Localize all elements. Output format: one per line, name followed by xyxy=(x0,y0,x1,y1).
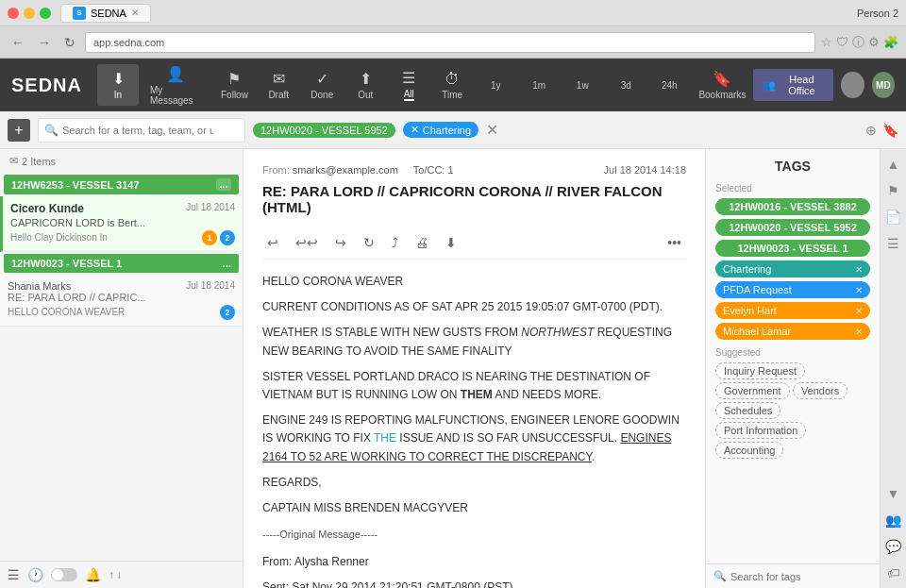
email-content: From: smarks@example.com To/CC: 1 Jul 18… xyxy=(243,149,705,588)
address-icons: ☆ 🛡 ⓘ ⚙ 🧩 xyxy=(821,34,898,51)
tab-close-btn[interactable]: ✕ xyxy=(131,8,139,18)
tag-chartering-remove[interactable]: ✕ xyxy=(855,264,863,275)
close-window-btn[interactable] xyxy=(8,8,19,19)
print-btn[interactable]: 🖨 xyxy=(411,232,433,253)
vessel1-more-btn[interactable]: ... xyxy=(216,178,231,191)
rail-tag-icon[interactable]: 🏷 xyxy=(887,565,900,580)
toolbar-1w[interactable]: 1w xyxy=(562,75,603,96)
tag-chartering-label: Chartering xyxy=(723,263,771,275)
tag-schedules[interactable]: Schedules xyxy=(715,402,780,419)
star-icon[interactable]: ☆ xyxy=(821,35,832,49)
more-actions-btn[interactable]: ••• xyxy=(663,232,686,253)
email-from-left: From: smarks@example.com To/CC: 1 xyxy=(262,164,454,176)
selected-label: Selected xyxy=(715,183,870,193)
tag-evelyn[interactable]: Evelyn Hart ✕ xyxy=(715,302,870,319)
toolbar-done[interactable]: ✓ Done xyxy=(301,64,343,106)
md-btn[interactable]: MD xyxy=(872,72,895,98)
refresh-email-btn[interactable]: ↻ xyxy=(359,232,379,253)
tag-vessel5952[interactable]: 12HW0020 - VESSEL 5952 xyxy=(715,219,870,236)
follow-icon: ⚑ xyxy=(227,70,241,88)
toolbar-1m[interactable]: 1m xyxy=(518,75,560,96)
forward-btn[interactable]: ↪ xyxy=(330,232,351,253)
tag-vendors[interactable]: Vendors xyxy=(793,382,847,399)
tag-accounting[interactable]: Accounting xyxy=(715,442,783,459)
reply-all-btn[interactable]: ↩↩ xyxy=(291,232,323,253)
tag-vessel3882[interactable]: 12HW0016 - VESSEL 3882 xyxy=(715,198,870,215)
toolbar-time[interactable]: ⏱ Time xyxy=(431,65,473,106)
left-bottom-bar: ☰ 🕐 🔔 ↑ ↓ xyxy=(0,561,243,588)
tag-michael[interactable]: Michael Lamar ✕ xyxy=(715,323,870,340)
original-message-divider: -----Original Message----- xyxy=(262,527,686,544)
rail-up-icon[interactable]: ▲ xyxy=(887,157,900,172)
toolbar-bookmarks[interactable]: 🔖 Bookmarks xyxy=(692,64,752,106)
toolbar-3d[interactable]: 3d xyxy=(605,75,646,96)
tag-chartering[interactable]: Chartering ✕ xyxy=(715,260,870,277)
tag-evelyn-remove[interactable]: ✕ xyxy=(855,306,863,316)
vessel2-more-btn[interactable]: ... xyxy=(223,258,231,269)
search-bar-plus-btn[interactable]: ⊕ xyxy=(865,123,877,138)
tag-port-info[interactable]: Port Information xyxy=(715,422,806,439)
vessel2-header[interactable]: 12HW0023 - VESSEL 1 ... xyxy=(4,254,239,273)
toolbar-out-label: Out xyxy=(358,90,373,100)
rail-chat-icon[interactable]: 💬 xyxy=(885,539,901,554)
the-word: THE xyxy=(374,431,396,445)
address-input[interactable] xyxy=(85,32,815,53)
tag-pfda[interactable]: PFDA Request ✕ xyxy=(715,281,870,298)
tag-government[interactable]: Government xyxy=(715,382,790,399)
forward-btn[interactable]: → xyxy=(34,33,55,52)
toolbar-1y[interactable]: 1y xyxy=(475,75,516,96)
toolbar-draft[interactable]: ✉ Draft xyxy=(258,64,299,106)
bell-icon[interactable]: 🔔 xyxy=(85,567,101,582)
browser-tab[interactable]: S SEDNA ✕ xyxy=(60,4,151,23)
tag-pfda-remove[interactable]: ✕ xyxy=(855,285,863,295)
email1-sender: Cicero Kunde xyxy=(10,202,84,215)
tags-search-input[interactable] xyxy=(730,571,872,582)
toolbar-in[interactable]: ⬇ In xyxy=(97,64,139,106)
rail-people-icon[interactable]: 👥 xyxy=(885,512,901,528)
sort-down-btn[interactable]: ↓ xyxy=(116,568,122,581)
avatar-btn[interactable] xyxy=(841,72,864,98)
search-clear-btn[interactable]: ✕ xyxy=(486,121,498,139)
clock-icon[interactable]: 🕐 xyxy=(27,567,43,582)
vessel2-label: 12HW0023 - VESSEL 1 xyxy=(11,258,122,269)
toolbar-3d-label: 3d xyxy=(621,80,631,91)
search-input[interactable] xyxy=(62,125,213,136)
toggle-switch[interactable] xyxy=(51,568,77,581)
maximize-window-btn[interactable] xyxy=(40,8,51,19)
body-sister: SISTER VESSEL PORTLAND DRACO IS NEARING … xyxy=(262,368,686,404)
tags-title: TAGS xyxy=(715,159,870,174)
head-office-btn[interactable]: 👥 Head Office xyxy=(753,69,834,101)
sort-up-btn[interactable]: ↑ xyxy=(109,568,114,581)
minimize-window-btn[interactable] xyxy=(24,8,35,19)
tag-inquiry[interactable]: Inquiry Request xyxy=(715,362,805,379)
back-btn[interactable]: ← xyxy=(8,33,28,52)
toolbar-follow[interactable]: ⚑ Follow xyxy=(213,64,257,106)
list-icon[interactable]: ☰ xyxy=(8,567,20,582)
email-item-1[interactable]: Cicero Kunde Jul 18 2014 CAPRICORN LORD … xyxy=(0,196,243,252)
settings-icon[interactable]: ⚙ xyxy=(868,35,880,49)
rail-flag-icon[interactable]: ⚑ xyxy=(887,183,899,198)
suggested-label: Suggested xyxy=(715,347,870,358)
rail-list-icon[interactable]: ☰ xyxy=(887,236,899,251)
search-bar-bookmark-btn[interactable]: 🔖 xyxy=(882,123,898,138)
share-btn[interactable]: ⤴ xyxy=(387,232,403,253)
search-add-btn[interactable]: + xyxy=(8,119,30,142)
vessel-tag-badge[interactable]: 12HW0020 - VESSEL 5952 xyxy=(253,123,395,138)
chartering-tag-label: Chartering xyxy=(423,125,471,136)
toolbar-my-messages[interactable]: 👤 My Messages xyxy=(141,59,211,111)
toolbar-24h[interactable]: 24h xyxy=(648,75,690,96)
tag-michael-remove[interactable]: ✕ xyxy=(855,327,863,337)
download-btn[interactable]: ⬇ xyxy=(441,232,461,253)
info-icon: ⓘ xyxy=(852,34,864,51)
rail-down-icon[interactable]: ▼ xyxy=(887,486,900,501)
email-item-2[interactable]: Shania Marks Jul 18 2014 RE: PARA LORD /… xyxy=(0,275,243,327)
chartering-tag-badge[interactable]: ✕ Chartering xyxy=(403,122,478,138)
refresh-btn[interactable]: ↻ xyxy=(60,33,79,52)
reply-btn[interactable]: ↩ xyxy=(262,232,283,253)
toolbar-all[interactable]: ☰ All xyxy=(388,63,429,107)
toolbar-out[interactable]: ⬆ Out xyxy=(344,64,386,106)
extensions-icon[interactable]: 🧩 xyxy=(883,35,898,49)
vessel1-header[interactable]: 12HW6253 - VESSEL 3147 ... xyxy=(4,175,239,194)
rail-document-icon[interactable]: 📄 xyxy=(885,210,901,225)
tag-vessel1[interactable]: 12HW0023 - VESSEL 1 xyxy=(715,240,870,257)
